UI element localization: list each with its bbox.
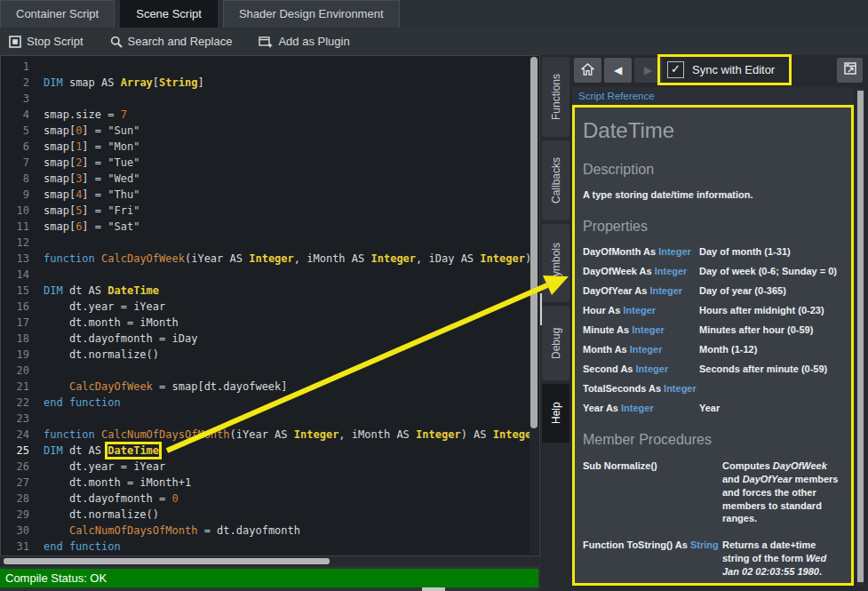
code-text: end function — [44, 539, 121, 555]
code-text: function CalcNumOfDaysOfMonth(iYear AS I… — [44, 427, 538, 443]
property-type-link[interactable]: Integer — [658, 246, 691, 257]
code-line[interactable]: 20 — [1, 363, 539, 379]
code-line[interactable]: 26 dt.year = iYear — [1, 459, 539, 475]
popout-panel-button[interactable] — [837, 58, 863, 83]
property-description: Day of year (0-365) — [699, 285, 842, 296]
property-type-link[interactable]: Integer — [623, 305, 656, 315]
compile-status-bar: Compile Status: OK — [0, 569, 538, 587]
code-line[interactable]: 12 — [1, 235, 539, 251]
property-row: Hour As IntegerHours after midnight (0-2… — [583, 305, 851, 315]
code-editor[interactable]: 12DIM smap AS Array[String]34smap.size =… — [0, 55, 540, 556]
stop-script-button[interactable]: Stop Script — [9, 35, 84, 48]
code-text: dt.dayofmonth = iDay — [44, 331, 197, 347]
add-as-plugin-button[interactable]: Add as Plugin — [259, 35, 349, 48]
tab-container-script[interactable]: Container Script — [0, 0, 115, 28]
side-tab-callbacks[interactable]: Callbacks — [542, 140, 569, 220]
code-line[interactable]: 5smap[0] = "Sun" — [1, 123, 539, 139]
property-type-link[interactable]: Integer — [621, 403, 654, 413]
editor-horizontal-scrollbar-thumb[interactable] — [4, 558, 330, 564]
line-number: 15 — [1, 283, 29, 299]
procedure-description: Returns a date+time string of the form W… — [722, 539, 844, 579]
code-text: CalcDayOfWeek = smap[dt.dayofweek] — [44, 379, 288, 395]
back-button[interactable]: ◀ — [604, 58, 632, 83]
property-description: Year — [699, 403, 842, 413]
property-type-link[interactable]: Integer — [632, 324, 665, 335]
property-type-link[interactable]: Integer — [649, 285, 682, 296]
code-line[interactable]: 13function CalcDayOfWeek(iYear AS Intege… — [1, 251, 539, 267]
toolbar-item-label: Stop Script — [27, 35, 84, 48]
code-text: DIM smap AS Array[String] — [44, 75, 204, 91]
code-line[interactable]: 25DIM dt AS DateTime — [1, 443, 539, 459]
code-line[interactable]: 24function CalcNumOfDaysOfMonth(iYear AS… — [1, 427, 539, 443]
code-line[interactable]: 22end function — [1, 395, 539, 411]
code-line[interactable]: 30 CalcNumOfDaysOfMonth = dt.dayofmonth — [1, 523, 539, 539]
line-number: 28 — [1, 491, 29, 507]
script-reference-link[interactable]: Script Reference — [578, 91, 655, 101]
help-vertical-scrollbar-thumb[interactable] — [857, 91, 864, 582]
procedure-signature: Function ToString() As String — [583, 539, 722, 579]
side-tab-help[interactable]: Help — [542, 384, 569, 443]
tab-scene-script[interactable]: Scene Script — [120, 0, 218, 28]
toolbar-item-label: Search and Replace — [128, 35, 233, 48]
code-line[interactable]: 17 dt.month = iMonth — [1, 315, 539, 331]
code-line[interactable]: 21 CalcDayOfWeek = smap[dt.dayofweek] — [1, 379, 539, 395]
side-tab-symbols[interactable]: Symbols — [542, 224, 569, 302]
side-tab-debug[interactable]: Debug — [542, 306, 569, 380]
line-number: 5 — [1, 123, 29, 139]
code-line[interactable]: 10smap[5] = "Fri" — [1, 203, 539, 219]
code-text: DIM dt AS DateTime — [44, 443, 159, 459]
code-line[interactable]: 7smap[2] = "Tue" — [1, 155, 539, 171]
code-line[interactable]: 23 — [1, 411, 539, 427]
code-line[interactable]: 16 dt.year = iYear — [1, 299, 539, 315]
help-vertical-scrollbar[interactable] — [856, 89, 864, 586]
code-line[interactable]: 8smap[3] = "Wed" — [1, 171, 539, 187]
code-line[interactable]: 18 dt.dayofmonth = iDay — [1, 331, 539, 347]
code-line[interactable]: 1 — [1, 59, 539, 75]
line-number: 26 — [1, 459, 29, 475]
property-type-link[interactable]: Integer — [664, 383, 697, 394]
editor-vertical-scrollbar-thumb[interactable] — [530, 57, 538, 428]
code-line[interactable]: 28 dt.dayofmonth = 0 — [1, 491, 539, 507]
code-line[interactable]: 6smap[1] = "Mon" — [1, 139, 539, 155]
bottom-splitter-handle[interactable] — [422, 587, 445, 591]
property-name: TotalSeconds As Integer — [583, 383, 699, 394]
side-tab-functions[interactable]: Functions — [542, 57, 569, 137]
line-number: 3 — [1, 91, 29, 107]
code-text: dt.month = iMonth+1 — [44, 475, 191, 491]
code-line[interactable]: 2DIM smap AS Array[String] — [1, 75, 539, 91]
code-line[interactable]: 9smap[4] = "Thu" — [1, 187, 539, 203]
code-text: smap[3] = "Wed" — [44, 171, 139, 187]
script-toolbar: Stop ScriptSearch and ReplaceAdd as Plug… — [0, 28, 868, 55]
code-line[interactable]: 11smap[6] = "Sat" — [1, 219, 539, 235]
code-line[interactable]: 14 — [1, 267, 539, 283]
editor-vertical-scrollbar[interactable] — [530, 57, 538, 555]
sync-with-editor-checkbox[interactable]: ✓ — [667, 61, 684, 78]
code-line[interactable]: 3 — [1, 91, 539, 107]
procedure-type-link[interactable]: String — [690, 539, 719, 550]
home-button[interactable] — [574, 58, 601, 83]
home-icon — [581, 63, 594, 78]
checkmark-icon: ✓ — [671, 62, 681, 76]
code-text: dt.year = iYear — [44, 299, 165, 315]
editor-horizontal-scrollbar[interactable] — [0, 556, 539, 566]
property-name: DayOfWeek As Integer — [583, 266, 699, 276]
panel-splitter-handle[interactable] — [540, 293, 542, 325]
code-text: dt.dayofmonth = 0 — [44, 491, 179, 507]
property-row: Minute As IntegerMinutes after hour (0-5… — [583, 324, 851, 335]
line-number: 14 — [1, 267, 29, 283]
search-and-replace-button[interactable]: Search and Replace — [110, 35, 233, 48]
property-row: DayOfMonth As IntegerDay of month (1-31) — [583, 246, 851, 257]
code-text: smap[1] = "Mon" — [44, 139, 139, 155]
code-line[interactable]: 4smap.size = 7 — [1, 107, 539, 123]
property-name: Month As Integer — [583, 344, 699, 355]
code-line[interactable]: 29 dt.normalize() — [1, 507, 539, 523]
property-type-link[interactable]: Integer — [636, 363, 669, 374]
code-line[interactable]: 27 dt.month = iMonth+1 — [1, 475, 539, 491]
code-line[interactable]: 31end function — [1, 539, 539, 555]
code-line[interactable]: 15DIM dt AS DateTime — [1, 283, 539, 299]
property-type-link[interactable]: Integer — [630, 344, 663, 355]
tab-shader-design-environment[interactable]: Shader Design Environment — [223, 0, 400, 28]
code-line[interactable]: 19 dt.normalize() — [1, 347, 539, 363]
code-text: dt.normalize() — [44, 507, 159, 523]
property-type-link[interactable]: Integer — [655, 266, 688, 276]
